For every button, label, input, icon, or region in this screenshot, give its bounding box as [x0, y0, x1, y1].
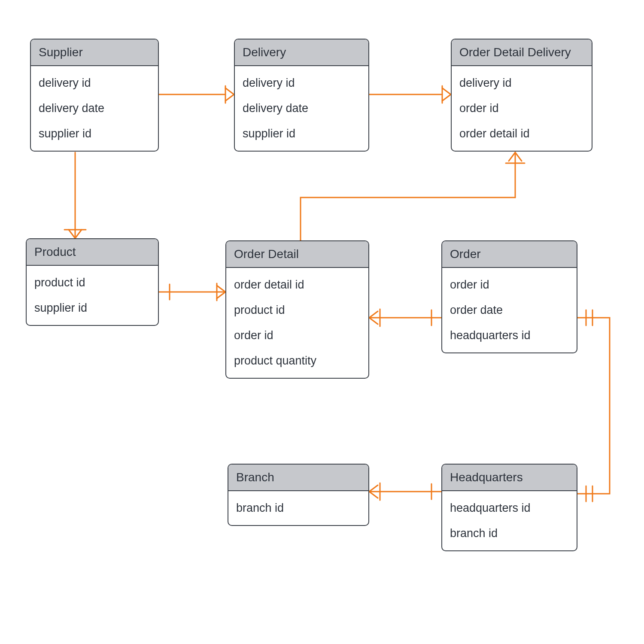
entity-attribute: product id	[234, 298, 361, 323]
svg-line-10	[75, 230, 82, 238]
svg-line-1	[225, 88, 234, 94]
entity-attribute: delivery id	[39, 70, 150, 96]
entity-attribute: product quantity	[234, 348, 361, 374]
svg-line-15	[217, 292, 225, 298]
entity-attribute: supplier id	[34, 295, 150, 321]
entity-attribute: headquarters id	[450, 323, 569, 348]
svg-line-9	[69, 230, 75, 238]
entity-attribute: branch id	[450, 521, 569, 546]
entity-supplier[interactable]: Supplier delivery id delivery date suppl…	[30, 39, 159, 152]
svg-line-19	[369, 318, 378, 324]
entity-order[interactable]: Order order id order date headquarters i…	[441, 240, 577, 353]
entity-attribute: delivery id	[243, 70, 361, 96]
entity-headquarters[interactable]: Headquarters headquarters id branch id	[441, 464, 577, 551]
entity-title: Delivery	[235, 39, 368, 66]
svg-line-18	[369, 311, 378, 318]
svg-line-6	[442, 94, 451, 101]
svg-line-33	[369, 485, 378, 492]
entity-attribute: branch id	[236, 495, 361, 521]
svg-line-25	[509, 152, 515, 161]
svg-line-5	[442, 88, 451, 94]
svg-line-2	[225, 94, 234, 101]
entity-product[interactable]: Product product id supplier id	[26, 238, 159, 326]
entity-attribute: supplier id	[39, 121, 150, 146]
entity-attribute: order date	[450, 298, 569, 323]
entity-attribute: delivery id	[459, 70, 584, 96]
entity-order-detail-delivery[interactable]: Order Detail Delivery delivery id order …	[451, 39, 592, 152]
entity-attribute: order id	[459, 96, 584, 121]
entity-title: Order Detail	[226, 241, 368, 268]
entity-attribute: delivery date	[39, 96, 150, 121]
entity-title: Supplier	[31, 39, 158, 66]
entity-attribute: product id	[34, 270, 150, 295]
entity-attribute: order id	[450, 272, 569, 298]
entity-title: Order Detail Delivery	[452, 39, 592, 66]
svg-line-34	[369, 492, 378, 498]
entity-attribute: order detail id	[234, 272, 361, 298]
entity-title: Product	[27, 239, 158, 266]
er-diagram-canvas: Supplier delivery id delivery date suppl…	[0, 0, 644, 644]
entity-delivery[interactable]: Delivery delivery id delivery date suppl…	[234, 39, 369, 152]
entity-attribute: order id	[234, 323, 361, 348]
entity-title: Order	[442, 241, 577, 268]
entity-attribute: supplier id	[243, 121, 361, 146]
entity-attribute: headquarters id	[450, 495, 569, 521]
entity-title: Branch	[228, 465, 368, 491]
svg-line-26	[515, 152, 522, 161]
entity-attribute: order detail id	[459, 121, 584, 146]
entity-branch[interactable]: Branch branch id	[228, 464, 369, 526]
entity-attribute: delivery date	[243, 96, 361, 121]
entity-title: Headquarters	[442, 465, 577, 491]
entity-order-detail[interactable]: Order Detail order detail id product id …	[225, 240, 369, 379]
svg-line-14	[217, 286, 225, 292]
